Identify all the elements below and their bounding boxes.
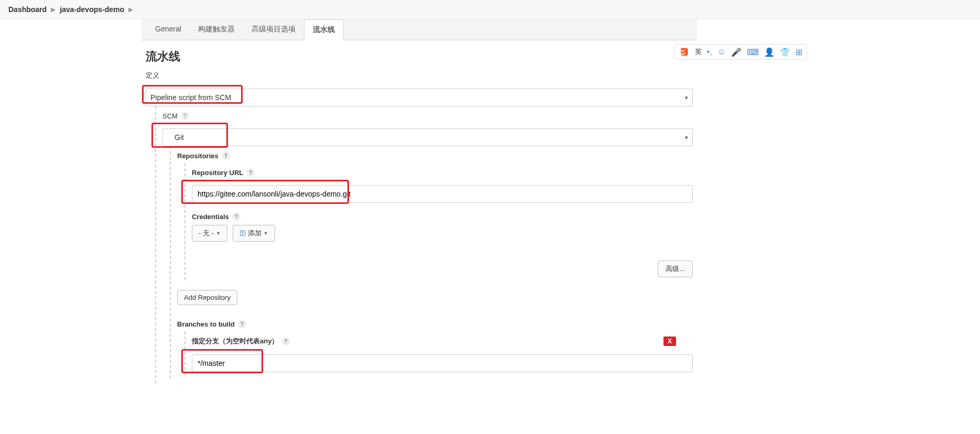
repositories-label: Repositories ? xyxy=(177,151,693,160)
scm-select[interactable]: Git ▾ xyxy=(162,128,693,146)
scm-value: Git xyxy=(167,133,184,142)
toolbox-icon[interactable]: ⊞ xyxy=(796,47,802,57)
tab-advanced-options[interactable]: 高级项目选项 xyxy=(243,19,304,40)
help-icon[interactable]: ? xyxy=(246,168,255,177)
help-icon[interactable]: ? xyxy=(232,212,241,221)
emoji-icon[interactable]: ☺ xyxy=(717,47,726,57)
chevron-right-icon: ▶ xyxy=(128,6,133,13)
help-icon[interactable]: ? xyxy=(238,320,246,328)
add-credentials-button[interactable]: ⚿ 添加 ▼ xyxy=(233,225,275,242)
credentials-select[interactable]: - 无 - ▼ xyxy=(192,225,227,242)
branch-specifier-label: 指定分支（为空时代表any） ? xyxy=(192,337,693,346)
tab-pipeline[interactable]: 流水线 xyxy=(304,19,344,40)
chevron-down-icon: ▾ xyxy=(685,94,688,101)
chevron-down-icon: ▼ xyxy=(264,231,268,236)
breadcrumb: Dashboard ▶ java-devops-demo ▶ xyxy=(0,0,980,19)
breadcrumb-project[interactable]: java-devops-demo xyxy=(60,5,124,14)
help-icon[interactable]: ? xyxy=(222,151,230,160)
microphone-icon[interactable]: 🎤 xyxy=(731,47,742,57)
page-title: 流水线 xyxy=(146,49,693,64)
delete-branch-button[interactable]: X xyxy=(663,337,676,346)
credentials-label: Credentials ? xyxy=(192,212,693,221)
tab-build-triggers[interactable]: 构建触发器 xyxy=(190,19,243,40)
definition-value: Pipeline script from SCM xyxy=(150,93,231,102)
ime-punctuation-icon[interactable]: •, xyxy=(707,47,712,57)
main-content: General 构建触发器 高级项目选项 流水线 流水线 定义 Pipeline… xyxy=(141,19,697,392)
chevron-right-icon: ▶ xyxy=(51,6,56,13)
skin-icon[interactable]: 👕 xyxy=(780,47,790,57)
key-icon: ⚿ xyxy=(239,230,246,237)
repo-url-input[interactable] xyxy=(192,185,693,203)
branches-to-build-label: Branches to build ? xyxy=(177,320,693,328)
definition-label: 定义 xyxy=(146,71,693,80)
scm-label: SCM ? xyxy=(162,112,693,120)
chevron-down-icon: ▼ xyxy=(216,231,221,236)
breadcrumb-dashboard[interactable]: Dashboard xyxy=(8,5,47,14)
help-icon[interactable]: ? xyxy=(181,112,189,120)
definition-select[interactable]: Pipeline script from SCM ▾ xyxy=(146,89,693,106)
ime-toolbar: 英 •, ☺ 🎤 ⌨ 👤 👕 ⊞ xyxy=(674,44,807,60)
branch-specifier-input[interactable] xyxy=(192,354,693,372)
user-icon[interactable]: 👤 xyxy=(764,47,775,57)
help-icon[interactable]: ? xyxy=(281,337,290,345)
repo-url-label: Repository URL ? xyxy=(192,168,693,177)
advanced-button[interactable]: 高级... xyxy=(658,261,693,277)
chevron-down-icon: ▾ xyxy=(685,134,688,141)
ime-language[interactable]: 英 xyxy=(695,47,702,57)
sogou-logo-icon xyxy=(679,47,690,57)
config-tabs: General 构建触发器 高级项目选项 流水线 xyxy=(141,19,697,40)
keyboard-icon[interactable]: ⌨ xyxy=(747,47,759,57)
tab-general[interactable]: General xyxy=(147,19,190,40)
add-repository-button[interactable]: Add Repository xyxy=(177,290,237,305)
